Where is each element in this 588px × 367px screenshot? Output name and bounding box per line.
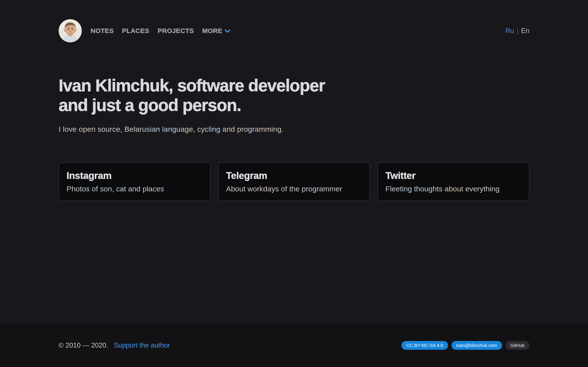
nav-more[interactable]: MORE <box>202 27 231 34</box>
page-title: Ivan Klimchuk, software developer and ju… <box>59 75 529 115</box>
card-twitter-description: Fleeting thoughts about everything <box>385 184 521 193</box>
card-instagram-title: Instagram <box>67 170 203 181</box>
nav-more-label: MORE <box>202 27 222 34</box>
card-instagram-description: Photos of son, cat and places <box>67 184 203 193</box>
github-badge[interactable]: GitHub <box>506 341 529 350</box>
avatar[interactable] <box>59 19 82 42</box>
lang-en-link[interactable]: En <box>521 27 529 35</box>
nav-projects[interactable]: PROJECTS <box>158 27 194 34</box>
copyright-text: © 2010 — 2020. <box>59 342 108 349</box>
site-footer: © 2010 — 2020. Support the author CC BY-… <box>0 324 588 367</box>
footer-badges: CC BY-NC-SA 4.0 ivan@klimchuk.com GitHub <box>401 341 529 350</box>
card-telegram-description: About workdays of the programmer <box>226 184 362 193</box>
language-switcher: Ru | En <box>505 27 529 35</box>
card-telegram[interactable]: Telegram About workdays of the programme… <box>218 162 370 201</box>
page: NOTES PLACES PROJECTS MORE Ru | En Ivan … <box>0 0 588 367</box>
social-cards: Instagram Photos of son, cat and places … <box>59 162 529 201</box>
card-instagram[interactable]: Instagram Photos of son, cat and places <box>59 162 210 201</box>
main-content: Ivan Klimchuk, software developer and ju… <box>59 42 529 324</box>
site-header: NOTES PLACES PROJECTS MORE Ru | En <box>59 0 529 42</box>
main-nav: NOTES PLACES PROJECTS MORE <box>91 27 231 34</box>
page-title-line-1: Ivan Klimchuk, software developer <box>59 75 529 95</box>
page-subtitle: I love open source, Belarusian language,… <box>59 125 529 133</box>
nav-notes[interactable]: NOTES <box>91 27 114 34</box>
page-title-line-2: and just a good person. <box>59 95 529 115</box>
license-badge[interactable]: CC BY-NC-SA 4.0 <box>401 341 448 350</box>
card-twitter-title: Twitter <box>385 170 521 181</box>
card-telegram-title: Telegram <box>226 170 362 181</box>
card-twitter[interactable]: Twitter Fleeting thoughts about everythi… <box>378 162 529 201</box>
support-author-link[interactable]: Support the author <box>114 342 170 349</box>
chevron-down-icon <box>225 29 231 33</box>
email-badge[interactable]: ivan@klimchuk.com <box>451 341 502 350</box>
avatar-image <box>59 19 82 42</box>
lang-divider: | <box>517 27 519 35</box>
nav-places[interactable]: PLACES <box>122 27 149 34</box>
lang-ru-link[interactable]: Ru <box>505 27 514 35</box>
